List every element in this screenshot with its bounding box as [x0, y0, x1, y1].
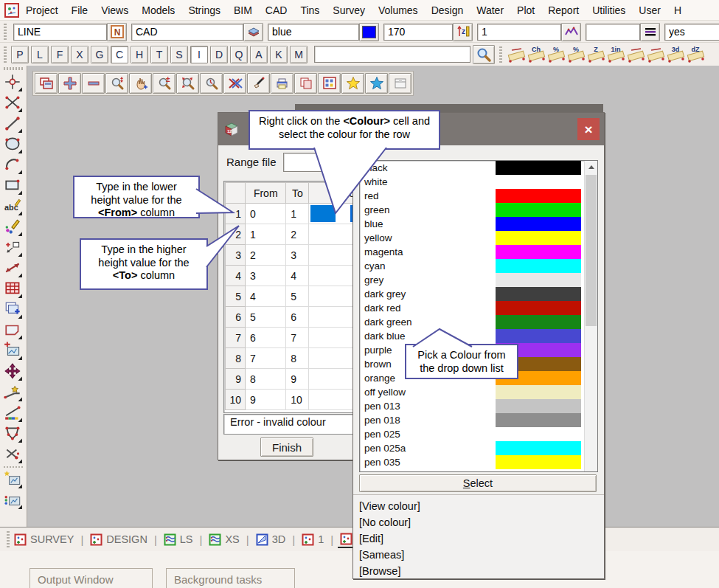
grid-window-button[interactable] — [318, 73, 341, 94]
row-number[interactable]: 8 — [226, 348, 246, 369]
menu-cad[interactable]: CAD — [259, 2, 294, 18]
colour-option-green[interactable]: green — [360, 203, 597, 217]
scrollbar-thumb[interactable] — [586, 175, 597, 326]
colour-option-white[interactable]: white — [360, 175, 597, 189]
cad-button-h[interactable]: H — [131, 46, 148, 63]
colour-option-dark-red[interactable]: dark red — [360, 301, 597, 315]
colour-option-pen-025a[interactable]: pen 025a — [360, 441, 597, 455]
colour-option-pen-025[interactable]: pen 025 — [360, 427, 597, 441]
zoom-magnify-button[interactable]: ± — [153, 73, 176, 94]
row-number[interactable]: 1 — [226, 204, 246, 224]
tab-3d[interactable]: 3D — [254, 532, 288, 547]
to-cell[interactable]: 1 — [286, 204, 309, 224]
search-button[interactable] — [473, 45, 495, 64]
to-cell[interactable]: 3 — [286, 245, 309, 266]
from-cell[interactable]: 6 — [246, 328, 286, 348]
input-model[interactable] — [131, 24, 243, 41]
tabsbar-grip[interactable] — [7, 531, 10, 547]
colour-option-dark-grey[interactable]: dark grey — [360, 287, 597, 301]
measure-dz-icon[interactable]: dZ — [686, 45, 706, 64]
to-cell[interactable]: 6 — [286, 307, 309, 328]
menu-file[interactable]: File — [65, 2, 95, 18]
slope-tool-tool[interactable] — [2, 382, 24, 403]
menu-tins[interactable]: Tins — [293, 2, 326, 18]
row-number[interactable]: 3 — [226, 245, 246, 266]
menu-item-view-colour[interactable]: [View colour] — [358, 498, 604, 514]
background-tasks-panel[interactable]: Background tasks — [166, 568, 295, 588]
tab-survey[interactable]: SURVEY — [12, 532, 76, 547]
cad-button-q[interactable]: Q — [230, 46, 248, 63]
plot-printer-button[interactable] — [271, 73, 293, 94]
from-cell[interactable]: 9 — [246, 390, 286, 410]
window-pane-button[interactable] — [389, 73, 411, 94]
from-cell[interactable]: 2 — [246, 245, 286, 266]
button-model[interactable] — [243, 23, 263, 41]
button-style[interactable] — [640, 23, 660, 41]
menu-user[interactable]: User — [632, 2, 667, 18]
menu-bim[interactable]: BIM — [227, 2, 259, 18]
column-header-From[interactable]: From — [246, 183, 286, 204]
from-cell[interactable]: 1 — [246, 224, 286, 245]
colour-option-dark-green[interactable]: dark green — [360, 315, 597, 329]
cad-button-c[interactable]: C — [111, 46, 128, 63]
colour-option-grey[interactable]: grey — [360, 273, 597, 287]
colour-option-blue[interactable]: blue — [360, 217, 597, 231]
menu-plot[interactable]: Plot — [510, 2, 541, 18]
copy-view-button[interactable] — [294, 73, 317, 94]
create-symbol-tool[interactable] — [2, 238, 24, 258]
row-number[interactable]: 5 — [226, 286, 246, 307]
create-text-tool[interactable]: abc — [2, 196, 24, 217]
to-cell[interactable]: 4 — [286, 266, 309, 286]
to-cell[interactable]: 7 — [286, 328, 309, 348]
menu-strings[interactable]: Strings — [181, 2, 227, 18]
polygon-tool-tool[interactable] — [2, 320, 24, 341]
input-snap[interactable] — [664, 24, 719, 41]
colour-option-magenta[interactable]: magenta — [360, 245, 597, 259]
from-cell[interactable]: 4 — [246, 286, 286, 307]
zoom-previous-button[interactable] — [200, 73, 223, 94]
column-header-To[interactable]: To — [286, 183, 309, 204]
to-cell[interactable]: 10 — [286, 390, 309, 410]
from-cell[interactable]: 5 — [246, 307, 286, 328]
colour-option-red[interactable]: red — [360, 189, 597, 203]
colour-line-tool-tool[interactable] — [2, 403, 24, 423]
measure-grade-2-icon[interactable]: % — [566, 45, 586, 64]
input-style[interactable] — [586, 24, 640, 41]
tab-ls[interactable]: LS — [161, 532, 195, 547]
menu-item-no-colour[interactable]: [No colour] — [358, 514, 604, 530]
from-cell[interactable]: 8 — [246, 369, 286, 390]
colour-option-black[interactable]: black — [360, 161, 597, 175]
menu-report[interactable]: Report — [541, 2, 586, 18]
cad-button-p[interactable]: P — [11, 46, 29, 63]
measure-1in-icon[interactable]: 1in — [606, 45, 626, 64]
close-icon[interactable]: × — [577, 118, 600, 140]
scrollbar[interactable] — [584, 161, 597, 471]
menu-utilities[interactable]: Utilities — [586, 2, 632, 18]
cad-button-t[interactable]: T — [150, 46, 168, 63]
translate-tool-tool[interactable] — [2, 362, 24, 382]
button-linestyle[interactable]: N — [107, 23, 127, 41]
from-cell[interactable]: 3 — [246, 266, 286, 286]
select-button[interactable]: Select — [359, 474, 597, 492]
cad-button-k[interactable]: K — [270, 46, 288, 63]
zoom-out-minus-button[interactable] — [82, 73, 105, 94]
measure-grade-icon[interactable]: % — [546, 45, 566, 64]
star-blue-button[interactable] — [365, 73, 388, 94]
measure-bearing-icon[interactable] — [507, 45, 527, 64]
output-window-panel[interactable]: Output Window — [29, 568, 153, 588]
sidebar-grip[interactable] — [4, 67, 23, 70]
from-cell[interactable]: 0 — [246, 204, 286, 224]
measure-tool-tool[interactable] — [2, 258, 24, 279]
colour-option-cyan[interactable]: cyan — [360, 259, 597, 273]
menu-views[interactable]: Views — [94, 2, 135, 18]
cad-button-x[interactable]: X — [71, 46, 88, 63]
menu-survey[interactable]: Survey — [326, 2, 372, 18]
measure-arc-icon[interactable] — [626, 45, 646, 64]
menu-h[interactable]: H — [667, 2, 688, 18]
cad-button-l[interactable]: L — [31, 46, 49, 63]
colour-option-pen-018[interactable]: pen 018 — [360, 413, 597, 427]
colour-option-dark-blue[interactable]: dark blue — [360, 329, 597, 343]
to-cell[interactable]: 8 — [286, 348, 309, 369]
menu-item-browse[interactable]: [Browse] — [358, 563, 604, 579]
zoom-extents-button[interactable] — [176, 73, 199, 94]
